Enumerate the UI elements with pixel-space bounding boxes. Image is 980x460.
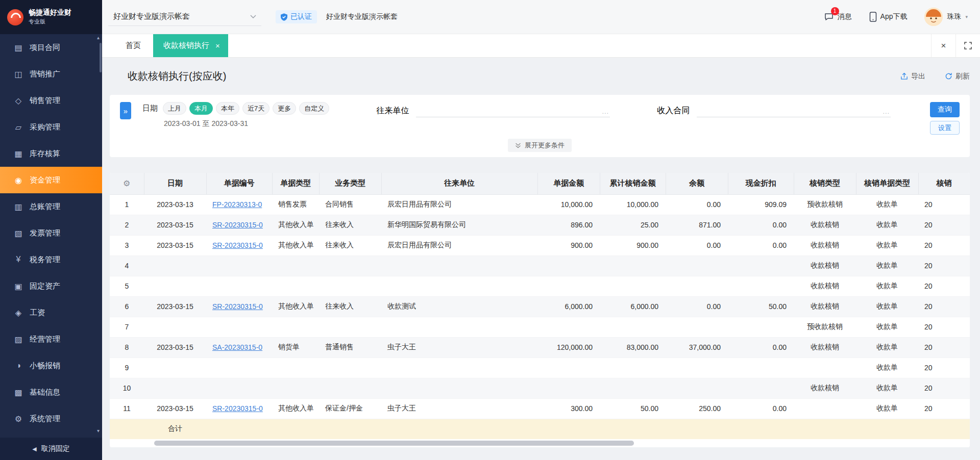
col-header-10[interactable]: 核销单据类型 (856, 173, 918, 194)
tab-active[interactable]: 收款核销执行 × (153, 34, 228, 57)
menu-scroll-down-icon[interactable]: ▾ (97, 428, 100, 433)
unpin-button[interactable]: ◀ 取消固定 (0, 438, 102, 460)
doc-no-link[interactable]: SR-20230315-0 (212, 302, 263, 311)
brand-edition: 专业版 (29, 18, 71, 25)
contract-input[interactable]: ... (697, 104, 891, 117)
cell-balance: 0.00 (666, 235, 728, 255)
sidebar-item-2[interactable]: ◇销售管理 (0, 87, 102, 114)
account-selector[interactable]: 好业财专业版演示帐套 (108, 8, 261, 26)
cell-wo_type: 收款核销 (794, 276, 856, 296)
cell-biz_type (319, 317, 381, 337)
col-header-4[interactable]: 往来单位 (381, 173, 537, 194)
date-option-5[interactable]: 自定义 (299, 102, 329, 115)
invoice-icon: ▧ (13, 228, 23, 238)
doc-no-link[interactable]: SR-20230315-0 (212, 221, 263, 229)
col-header-0[interactable]: 日期 (144, 173, 206, 194)
certified-label: 已认证 (290, 12, 312, 21)
col-header-9[interactable]: 核销类型 (794, 173, 856, 194)
table-row[interactable]: 62023-03-15SR-20230315-0其他收入单往来收入收款测试6,0… (110, 296, 970, 317)
fullscreen-icon[interactable] (955, 34, 980, 57)
tab-close-icon[interactable]: × (215, 41, 220, 50)
date-range[interactable]: 2023-03-01 至 2023-03-31 (164, 119, 329, 129)
col-header-11[interactable]: 核销 (918, 173, 970, 194)
date-option-1[interactable]: 本月 (189, 102, 213, 115)
user-menu[interactable]: 珠珠 ▾ (924, 8, 968, 26)
col-header-6[interactable]: 累计核销金额 (600, 173, 666, 194)
export-button[interactable]: 导出 (900, 72, 925, 81)
table-row[interactable]: 22023-03-15SR-20230315-0其他收入单往来收入新华明国际贸易… (110, 215, 970, 235)
table-row[interactable]: 32023-03-15SR-20230315-0其他收入单往来收入辰宏日用品有限… (110, 235, 970, 255)
cell-wo_doc_type: 收款单 (856, 337, 918, 357)
sidebar-item-6[interactable]: ▥总账管理 (0, 193, 102, 220)
col-header-5[interactable]: 单据金额 (537, 173, 600, 194)
sidebar-item-13[interactable]: ▩基础信息 (0, 379, 102, 405)
cell-wo_type: 收款核销 (794, 255, 856, 276)
sidebar-item-7[interactable]: ▧发票管理 (0, 220, 102, 246)
cell-balance: 871.00 (666, 215, 728, 235)
cell-wo_type: 收款核销 (794, 337, 856, 357)
refresh-button[interactable]: 刷新 (945, 72, 970, 81)
col-header-8[interactable]: 现金折扣 (728, 173, 794, 194)
col-header-3[interactable]: 业务类型 (319, 173, 381, 194)
close-all-tabs-icon[interactable]: × (931, 34, 955, 57)
partner-input[interactable]: ... (416, 104, 610, 117)
sidebar-item-4[interactable]: ▦库存核算 (0, 140, 102, 167)
date-option-4[interactable]: 更多 (273, 102, 296, 115)
cell-wo_doc_type: 收款单 (856, 194, 918, 215)
search-button[interactable]: 查询 (930, 102, 960, 117)
sidebar-item-14[interactable]: ⚙系统管理 (0, 405, 102, 432)
doc-no-link[interactable]: SR-20230315-0 (212, 404, 263, 413)
gear-icon[interactable]: ⚙ (123, 179, 130, 188)
horizontal-scrollbar[interactable] (110, 439, 970, 447)
doc-no-link[interactable]: SR-20230315-0 (212, 241, 263, 249)
sidebar-item-5[interactable]: ◉资金管理 (0, 167, 102, 193)
table-header-row: ⚙ 日期单据编号单据类型业务类型往来单位单据金额累计核销金额余额现金折扣核销类型… (110, 173, 970, 194)
table-row[interactable]: 4收款核销收款单20 (110, 255, 970, 276)
doc-no-link[interactable]: SA-20230315-0 (212, 343, 262, 351)
sidebar-item-12[interactable]: ◑小畅报销 (0, 352, 102, 379)
table-row[interactable]: 10收款核销收款单20 (110, 378, 970, 398)
doc-no-link[interactable]: FP-20230313-0 (212, 200, 262, 209)
sidebar-item-0[interactable]: ▤项目合同 (0, 34, 102, 61)
messages-count-badge: 1 (831, 7, 839, 15)
sidebar-item-1[interactable]: ◫营销推广 (0, 61, 102, 87)
table-row[interactable]: 112023-03-15SR-20230315-0其他收入单保证金/押金虫子大王… (110, 398, 970, 419)
date-option-2[interactable]: 本年 (216, 102, 239, 115)
tab-home[interactable]: 首页 (113, 34, 153, 57)
horizontal-scrollbar-thumb[interactable] (154, 441, 634, 446)
messages-button[interactable]: 1 消息 (824, 12, 852, 22)
table-row[interactable]: 12023-03-13FP-20230313-0销售发票合同销售辰宏日用品有限公… (110, 194, 970, 215)
date-option-0[interactable]: 上月 (163, 102, 186, 115)
partner-picker-icon[interactable]: ... (602, 108, 609, 115)
sidebar-item-3[interactable]: ▱采购管理 (0, 114, 102, 140)
cell-wo_doc_type: 收款单 (856, 398, 918, 419)
sidebar-item-9[interactable]: ▣固定资产 (0, 273, 102, 299)
table-row[interactable]: 82023-03-15SA-20230315-0销货单普通销售虫子大王120,0… (110, 337, 970, 357)
cell-biz_type (319, 276, 381, 296)
contract-picker-icon[interactable]: ... (883, 108, 890, 115)
user-caret-icon: ▾ (965, 14, 968, 19)
sidebar-item-10[interactable]: ◈工资 (0, 299, 102, 326)
sidebar-scrollbar[interactable] (100, 43, 102, 72)
account-name: 好业财专业版演示帐套 (326, 12, 398, 21)
table-row[interactable]: 9收款单20 (110, 357, 970, 378)
expand-more-button[interactable]: 展开更多条件 (508, 139, 572, 152)
app-download-button[interactable]: App下载 (869, 12, 908, 22)
app-download-label: App下载 (880, 12, 908, 21)
col-header-7[interactable]: 余额 (666, 173, 728, 194)
cell-wo_more: 20 (918, 378, 970, 398)
sidebar-item-8[interactable]: ¥税务管理 (0, 246, 102, 273)
col-header-2[interactable]: 单据类型 (272, 173, 319, 194)
table-row[interactable]: 5收款核销收款单20 (110, 276, 970, 296)
menu-scroll-up-icon[interactable]: ▴ (97, 35, 100, 40)
date-option-3[interactable]: 近7天 (242, 102, 270, 115)
sidebar-item-11[interactable]: ▨经营管理 (0, 326, 102, 352)
cell-date (144, 276, 206, 296)
settings-button[interactable]: 设置 (930, 121, 960, 135)
collapse-filter-button[interactable]: » (120, 102, 131, 119)
col-header-1[interactable]: 单据编号 (206, 173, 272, 194)
cell-biz_type: 合同销售 (319, 194, 381, 215)
table-row[interactable]: 7预收款核销收款单20 (110, 317, 970, 337)
cell-wo_type (794, 398, 856, 419)
cell-doc_type: 销售发票 (272, 194, 319, 215)
